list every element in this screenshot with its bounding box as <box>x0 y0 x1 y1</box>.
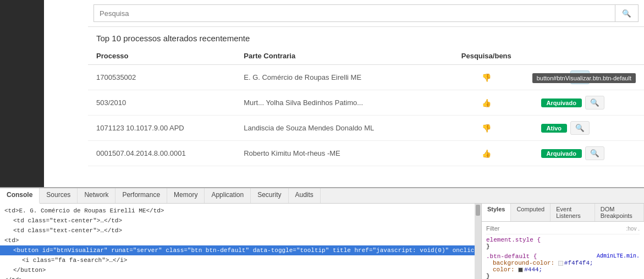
status-badge: Arquivado <box>541 99 582 107</box>
cell-status: Arquivado🔍 <box>533 90 644 115</box>
table-row: 503/2010Murt... Yolha Silva Bedinhos Pat… <box>88 90 644 116</box>
search-icon: 🔍 <box>590 99 599 107</box>
cell-thumb: 👍 <box>440 141 533 166</box>
code-line: </td> <box>0 275 481 279</box>
devtools-tab-memory[interactable]: Memory <box>167 188 205 203</box>
thumbup-icon: 👍 <box>482 99 491 107</box>
css-link[interactable]: AdminLTE.min. <box>597 253 640 259</box>
cell-thumb: 👍 <box>440 90 533 116</box>
sidebar <box>0 0 44 187</box>
devtools-tab-performance[interactable]: Performance <box>115 188 167 203</box>
thumbdown-icon: 👎 <box>482 124 491 133</box>
cell-thumb: 👎 <box>440 116 533 141</box>
visualizar-button[interactable]: 🔍 <box>585 146 604 160</box>
code-line: <button id="btnVisualizar" runat="server… <box>0 245 481 255</box>
css-property: color: #444; <box>486 266 640 273</box>
cell-processo: 0001507.04.2014.8.00.0001 <box>88 141 235 166</box>
styles-tab-styles[interactable]: Styles <box>482 204 511 221</box>
code-line: <td> <box>0 236 481 245</box>
devtools-tab-application[interactable]: Application <box>205 188 251 203</box>
styles-filter-input[interactable] <box>486 225 626 232</box>
cell-processo: 503/2010 <box>88 90 235 116</box>
devtools-tab-bar: Console Sources Network Performance Memo… <box>0 188 644 204</box>
search-input[interactable] <box>93 4 615 22</box>
styles-tab-bar: Styles Computed Event Listeners DOM Brea… <box>482 204 644 222</box>
scrollbar[interactable] <box>475 204 481 279</box>
devtools-tab-audits[interactable]: Audits <box>289 188 321 203</box>
devtools-tab-console[interactable]: Console <box>0 188 40 204</box>
search-bar: 🔍 <box>88 0 644 27</box>
cell-parte: Landiscia de Souza Mendes Donaldo ML <box>235 116 440 141</box>
cell-processo: 1071123 10.1017.9.00 APD <box>88 116 235 141</box>
status-badge: Ativo <box>541 124 568 133</box>
visualizar-button[interactable]: 🔍 <box>570 121 590 135</box>
css-rule: element.style {} <box>486 237 640 250</box>
styles-tab-event-listeners[interactable]: Event Listeners <box>551 204 595 221</box>
col-processo: Processo <box>88 47 235 65</box>
col-action <box>533 47 644 65</box>
visualizar-button[interactable]: 🔍 <box>585 96 604 110</box>
cell-status: Arquivado🔍 <box>533 141 644 166</box>
devtools-tab-security[interactable]: Security <box>251 188 288 203</box>
devtools-tab-network[interactable]: Network <box>78 188 115 203</box>
scroll-thumb[interactable] <box>476 205 480 216</box>
css-property: background-color: #f4f4f4; <box>486 260 640 266</box>
devtools-tab-sources[interactable]: Sources <box>40 188 78 203</box>
processes-table: Processo Parte Contraria Pesquisa/bens 1… <box>88 47 644 166</box>
cell-parte: Murt... Yolha Silva Bedinhos Patimo... <box>235 90 440 116</box>
color-swatch <box>558 261 563 266</box>
cell-status: Ativo🔍 <box>533 116 644 140</box>
search-icon: 🔍 <box>590 149 599 157</box>
search-icon: 🔍 <box>622 9 631 18</box>
cell-parte: E. G. Comércio de Roupas Eirelli ME <box>235 65 440 90</box>
code-line: <td>E. G. Comércio de Roupas Eirelli ME<… <box>0 206 481 216</box>
cell-processo: 1700535002 <box>88 65 235 90</box>
cell-thumb: 👎 <box>440 65 533 90</box>
section-title: Top 10 processos alterados recentemente <box>88 27 644 47</box>
search-icon: 🔍 <box>575 124 585 132</box>
col-pesquisa: Pesquisa/bens <box>440 47 533 65</box>
styles-filter-row: :hov . <box>486 225 640 234</box>
html-panel: <td>E. G. Comércio de Roupas Eirelli ME<… <box>0 204 482 279</box>
col-parte: Parte Contraria <box>235 47 440 65</box>
thumbup-icon: 👍 <box>482 149 491 158</box>
styles-tab-computed[interactable]: Computed <box>511 204 551 221</box>
search-button[interactable]: 🔍 <box>615 4 639 22</box>
styles-tab-dom-breakpoints[interactable]: DOM Breakpoints <box>595 204 644 221</box>
cell-parte: Roberto Kimitu Mot-rheus -ME <box>235 141 440 166</box>
styles-panel: Styles Computed Event Listeners DOM Brea… <box>482 204 644 279</box>
tooltip: button#btnVisualizar.btn.btn-default <box>532 73 636 83</box>
css-rule: .btn-default {AdminLTE.min.background-co… <box>486 253 640 279</box>
color-swatch <box>518 267 523 272</box>
table-row: 0001507.04.2014.8.00.0001Roberto Kimitu … <box>88 141 644 166</box>
code-line: <i class="fa fa-search">…</i> <box>0 255 481 265</box>
status-badge: Arquivado <box>541 149 582 158</box>
table-row: 1071123 10.1017.9.00 APDLandiscia de Sou… <box>88 116 644 141</box>
code-line: <td class="text-center">…</td> <box>0 216 481 226</box>
filter-hint: :hov . <box>626 226 640 232</box>
thumbdown-icon: 👎 <box>482 73 491 82</box>
code-line: </button> <box>0 265 481 275</box>
code-line: <td class="text-center">…</td> <box>0 226 481 236</box>
